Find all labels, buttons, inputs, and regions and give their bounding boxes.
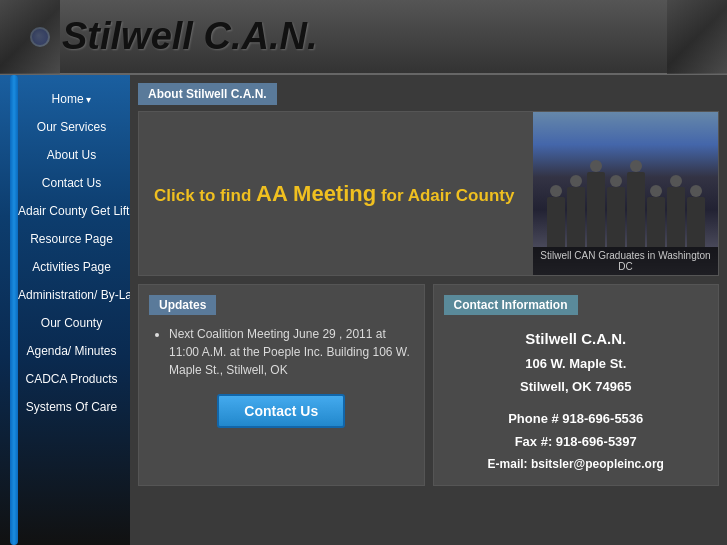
- sidebar-item-agenda-minutes[interactable]: Agenda/ Minutes: [0, 337, 130, 365]
- person-4: [607, 187, 625, 247]
- address-line-1: 106 W. Maple St.: [444, 352, 709, 375]
- image-caption: Stilwell CAN Graduates in Washington DC: [533, 247, 718, 275]
- about-section: About Stilwell C.A.N. Click to find AA M…: [138, 83, 719, 276]
- sidebar-item-adair-county-get-lifted[interactable]: Adair County Get Lifted: [0, 197, 130, 225]
- updates-header: Updates: [149, 295, 216, 315]
- header: Stilwell C.A.N.: [0, 0, 727, 75]
- email: E-mail: bsitsler@peopleinc.org: [444, 454, 709, 476]
- sidebar-item-home[interactable]: Home: [0, 85, 130, 113]
- sidebar-item-cadca-products[interactable]: CADCA Products: [0, 365, 130, 393]
- contact-info-text: Stilwell C.A.N. 106 W. Maple St. Stilwel…: [444, 325, 709, 475]
- sidebar-item-about-us[interactable]: About Us: [0, 141, 130, 169]
- image-placeholder: Stilwell CAN Graduates in Washington DC: [533, 112, 718, 275]
- person-8: [687, 197, 705, 247]
- sidebar-item-resource-page[interactable]: Resource Page: [0, 225, 130, 253]
- sidebar-item-activities-page[interactable]: Activities Page: [0, 253, 130, 281]
- sidebar-item-administration-by-laws[interactable]: Administration/ By-Laws: [0, 281, 130, 309]
- bottom-sections: Updates Next Coalition Meeting June 29 ,…: [138, 284, 719, 486]
- sidebar-item-our-services[interactable]: Our Services: [0, 113, 130, 141]
- main-layout: Home Our Services About Us Contact Us Ad…: [0, 75, 727, 545]
- sidebar-item-systems-of-care[interactable]: Systems Of Care: [0, 393, 130, 421]
- address-line-2: Stilwell, OK 74965: [444, 375, 709, 398]
- corner-decoration-right: [667, 0, 727, 74]
- sidebar: Home Our Services About Us Contact Us Ad…: [0, 75, 130, 545]
- phone: Phone # 918-696-5536: [444, 407, 709, 430]
- aa-meeting-text: AA Meeting: [256, 181, 376, 206]
- click-to-find-text: Click to find: [154, 186, 256, 205]
- contact-section: Contact Information Stilwell C.A.N. 106 …: [433, 284, 720, 486]
- person-3: [587, 172, 605, 247]
- aa-meeting-link[interactable]: Click to find AA Meeting for Adair Count…: [154, 181, 514, 207]
- update-item: Next Coalition Meeting June 29 , 2011 at…: [169, 325, 414, 379]
- about-text-area: Click to find AA Meeting for Adair Count…: [139, 112, 533, 275]
- person-1: [547, 197, 565, 247]
- content-area: About Stilwell C.A.N. Click to find AA M…: [130, 75, 727, 545]
- fax: Fax #: 918-696-5397: [444, 430, 709, 453]
- contact-us-button[interactable]: Contact Us: [217, 394, 345, 428]
- corner-decoration-left: [0, 0, 60, 74]
- site-title: Stilwell C.A.N.: [62, 15, 317, 58]
- contact-button-wrapper: Contact Us: [149, 394, 414, 428]
- contact-info-header: Contact Information: [444, 295, 578, 315]
- person-2: [567, 187, 585, 247]
- about-content: Click to find AA Meeting for Adair Count…: [138, 111, 719, 276]
- about-image: Stilwell CAN Graduates in Washington DC: [533, 112, 718, 275]
- sidebar-item-contact-us[interactable]: Contact Us: [0, 169, 130, 197]
- person-6: [647, 197, 665, 247]
- logo-area: Stilwell C.A.N.: [30, 15, 317, 58]
- person-7: [667, 187, 685, 247]
- updates-list: Next Coalition Meeting June 29 , 2011 at…: [149, 325, 414, 379]
- about-section-header: About Stilwell C.A.N.: [138, 83, 277, 105]
- person-5: [627, 172, 645, 247]
- updates-section: Updates Next Coalition Meeting June 29 ,…: [138, 284, 425, 486]
- people-silhouette: [533, 117, 718, 247]
- org-name: Stilwell C.A.N.: [444, 325, 709, 352]
- sidebar-item-our-county[interactable]: Our County: [0, 309, 130, 337]
- for-adair-county-text: for Adair County: [376, 186, 514, 205]
